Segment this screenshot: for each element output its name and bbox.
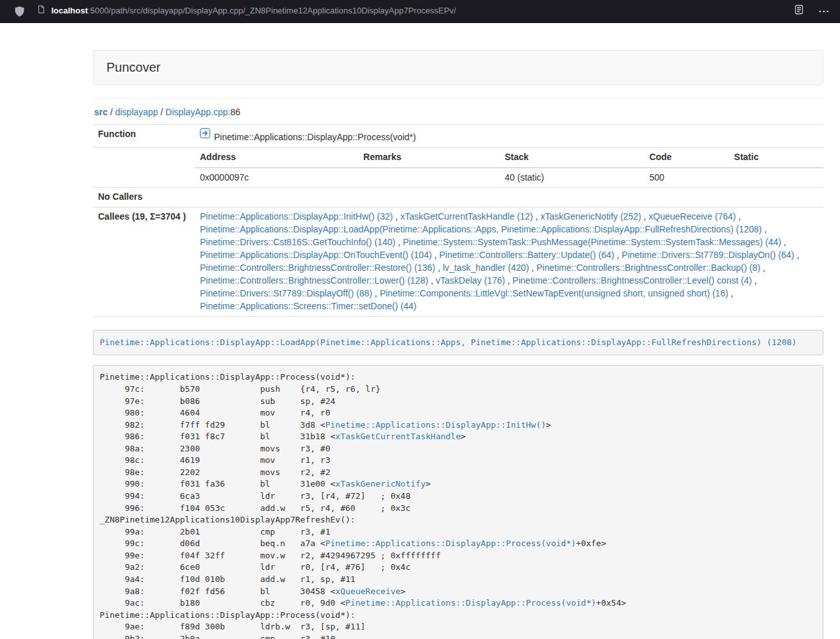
col-header-address: Address bbox=[195, 148, 358, 168]
url-text: localhost:5000/path/src/displayapp/Displ… bbox=[51, 5, 456, 17]
remarks-value bbox=[358, 168, 500, 188]
no-callers-label: No Callers bbox=[93, 188, 195, 207]
callee-link[interactable]: Pinetime::Controllers::BrightnessControl… bbox=[536, 263, 760, 273]
disassembly: Pinetime::Applications::DisplayApp::Proc… bbox=[93, 365, 823, 639]
callee-link[interactable]: Pinetime::Applications::Screens::Timer::… bbox=[200, 301, 416, 311]
url-bar[interactable]: localhost:5000/path/src/displayapp/Displ… bbox=[37, 4, 786, 18]
callee-link[interactable]: Pinetime::Drivers::St7789::DisplayOn() (… bbox=[622, 250, 794, 260]
callee-link[interactable]: lv_task_handler (420) bbox=[443, 263, 529, 273]
callee-link[interactable]: Pinetime::System::SystemTask::PushMessag… bbox=[403, 237, 782, 247]
breadcrumb-file[interactable]: DisplayApp.cpp: bbox=[165, 107, 230, 117]
no-callers-row: No Callers bbox=[93, 188, 823, 207]
callee-link[interactable]: Pinetime::Controllers::BrightnessControl… bbox=[513, 275, 752, 286]
callee-link[interactable]: Pinetime::Components::LittleVgl::SetNewT… bbox=[380, 288, 729, 298]
function-row: Function Pinetime::Applications::Display… bbox=[93, 124, 823, 147]
breadcrumb-src[interactable]: src bbox=[94, 107, 108, 117]
breadcrumb-separator: / bbox=[161, 107, 163, 117]
function-table: Function Pinetime::Applications::Display… bbox=[93, 124, 823, 318]
col-header-remarks: Remarks bbox=[358, 148, 500, 168]
divider bbox=[93, 98, 823, 99]
code-symbol-link[interactable]: Pinetime::Applications::DisplayApp::Proc… bbox=[345, 598, 596, 608]
shield-icon[interactable] bbox=[14, 6, 25, 17]
callee-link[interactable]: xTaskGenericNotify (252) bbox=[540, 211, 641, 222]
code-symbol-link[interactable]: Pinetime::Applications::DisplayApp::Proc… bbox=[325, 538, 576, 548]
callee-link[interactable]: vTaskDelay (176) bbox=[436, 275, 505, 286]
col-header-stack: Stack bbox=[500, 148, 645, 168]
callee-link[interactable]: Pinetime::Applications::DisplayApp::Load… bbox=[200, 224, 762, 234]
callee-link[interactable]: xTaskGetCurrentTaskHandle (12) bbox=[400, 211, 533, 222]
code-symbol-link[interactable]: Pinetime::Applications::DisplayApp::Init… bbox=[325, 420, 546, 430]
reader-view-icon[interactable] bbox=[794, 4, 804, 19]
static-value bbox=[729, 168, 823, 188]
col-header-code: Code bbox=[644, 148, 729, 168]
url-path: :5000/path/src/displayapp/DisplayApp.cpp… bbox=[88, 6, 456, 15]
callee-link[interactable]: Pinetime::Controllers::Battery::Update()… bbox=[440, 250, 614, 260]
callee-link[interactable]: Pinetime::Applications::DisplayApp::Init… bbox=[200, 211, 393, 222]
page-icon[interactable] bbox=[37, 4, 45, 18]
no-callers-cell bbox=[195, 188, 823, 207]
code-symbol-link[interactable]: xTaskGenericNotify bbox=[335, 479, 425, 489]
function-label: Function bbox=[93, 124, 195, 147]
browser-topbar: localhost:5000/path/src/displayapp/Displ… bbox=[0, 0, 840, 23]
function-icon bbox=[200, 128, 210, 142]
menu-icon[interactable]: ⋯ bbox=[818, 6, 830, 17]
code-value: 500 bbox=[644, 168, 729, 188]
code-symbol-link[interactable]: xQueueReceive bbox=[335, 586, 400, 596]
breadcrumb-separator: / bbox=[110, 107, 113, 117]
url-host: localhost bbox=[51, 6, 88, 15]
callees-row: Callees (19, Σ=3704 ) Pinetime::Applicat… bbox=[93, 207, 823, 317]
callee-link[interactable]: Pinetime::Controllers::BrightnessControl… bbox=[200, 275, 428, 286]
code-symbol-link[interactable]: xTaskGetCurrentTaskHandle bbox=[335, 432, 461, 441]
metrics-row: Address Remarks Stack Code Static 0x0000… bbox=[93, 147, 823, 188]
function-name: Pinetime::Applications::DisplayApp::Proc… bbox=[214, 132, 416, 142]
selected-symbol-link[interactable]: Pinetime::Applications::DisplayApp::Load… bbox=[100, 337, 797, 347]
app-header: Puncover bbox=[93, 50, 823, 85]
app-title[interactable]: Puncover bbox=[106, 60, 161, 74]
breadcrumb-line-number: 86 bbox=[230, 107, 240, 117]
callee-link[interactable]: xQueueReceive (764) bbox=[648, 211, 736, 222]
breadcrumb-folder[interactable]: displayapp bbox=[115, 107, 158, 117]
col-header-static: Static bbox=[729, 148, 823, 168]
metrics-value-row: 0x0000097c 40 (static) 500 bbox=[195, 168, 823, 188]
callees-label: Callees (19, Σ=3704 ) bbox=[93, 207, 195, 317]
callees-cell: Pinetime::Applications::DisplayApp::Init… bbox=[195, 207, 823, 317]
metrics-cell: Address Remarks Stack Code Static 0x0000… bbox=[195, 147, 823, 188]
address-value: 0x0000097c bbox=[195, 168, 358, 188]
page-container: Puncover src / displayapp / DisplayApp.c… bbox=[93, 23, 823, 639]
breadcrumb: src / displayapp / DisplayApp.cpp:86 bbox=[94, 106, 823, 119]
metrics-table: Address Remarks Stack Code Static 0x0000… bbox=[195, 148, 823, 188]
selected-symbol-box: Pinetime::Applications::DisplayApp::Load… bbox=[93, 330, 823, 355]
stack-value: 40 (static) bbox=[500, 168, 645, 188]
callee-link[interactable]: Pinetime::Drivers::St7789::DisplayOff() … bbox=[200, 288, 372, 298]
empty-header-cell bbox=[93, 147, 195, 188]
callee-link[interactable]: Pinetime::Applications::DisplayApp::OnTo… bbox=[200, 250, 432, 260]
function-name-cell: Pinetime::Applications::DisplayApp::Proc… bbox=[195, 124, 823, 147]
callee-link[interactable]: Pinetime::Controllers::BrightnessControl… bbox=[200, 263, 435, 273]
callee-link[interactable]: Pinetime::Drivers::Cst816S::GetTouchInfo… bbox=[200, 237, 395, 247]
